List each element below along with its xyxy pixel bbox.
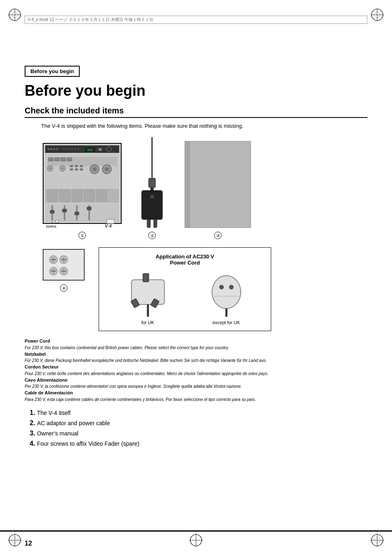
- svg-point-21: [48, 148, 50, 150]
- footer: 12: [0, 530, 392, 555]
- non-uk-plug-svg: [206, 272, 247, 317]
- svg-rect-61: [45, 204, 119, 222]
- svg-rect-50: [80, 168, 83, 170]
- svg-rect-84: [185, 141, 190, 228]
- svg-rect-39: [61, 158, 66, 161]
- svg-rect-78: [152, 187, 154, 191]
- svg-point-28: [71, 148, 73, 150]
- item3-diagram: ③: [181, 137, 255, 239]
- ac-box-title: Application of AC230 VPower Cord: [106, 253, 263, 266]
- list-item-2: AC adaptor and power cable: [37, 419, 367, 426]
- notes-section: Power Cord For 230 V, this box contains …: [25, 338, 367, 403]
- list-item-4: Four screws to affix Video Fader (spare): [37, 440, 367, 447]
- svg-rect-67: [62, 209, 67, 212]
- svg-rect-48: [70, 168, 73, 170]
- svg-point-80: [150, 195, 154, 199]
- page-number: 12: [25, 540, 32, 547]
- svg-text:V·4: V·4: [105, 223, 112, 228]
- svg-text:EDIROL: EDIROL: [46, 225, 57, 228]
- note-cable: Cable de Alimentación Para 230 V, esta c…: [25, 389, 367, 403]
- svg-rect-68: [75, 212, 79, 215]
- svg-rect-66: [50, 210, 54, 213]
- svg-point-54: [105, 167, 109, 171]
- svg-point-27: [69, 148, 70, 150]
- note-cordon: Cordon Secteur Pour 230 V, cette boîte c…: [25, 364, 367, 377]
- svg-point-34: [106, 147, 111, 152]
- svg-rect-56: [47, 190, 58, 201]
- svg-point-52: [92, 167, 97, 171]
- svg-rect-71: [55, 220, 59, 223]
- svg-rect-46: [75, 165, 78, 167]
- svg-point-24: [56, 148, 58, 150]
- item4-number: ④: [60, 284, 67, 292]
- svg-rect-76: [149, 178, 155, 187]
- item3-number: ③: [214, 232, 221, 239]
- svg-rect-38: [55, 158, 60, 161]
- uk-plug-svg: [123, 272, 173, 317]
- svg-rect-77: [150, 187, 152, 191]
- svg-rect-47: [80, 165, 83, 167]
- list-item-3: Owner's manual: [37, 430, 367, 437]
- svg-rect-63: [64, 205, 65, 221]
- manual-svg: [181, 137, 255, 232]
- svg-point-30: [77, 148, 79, 150]
- item1-number: ①: [78, 232, 86, 239]
- item4-diagram: ④: [41, 247, 86, 292]
- item2-number: ②: [148, 232, 156, 239]
- svg-point-103: [212, 276, 241, 309]
- ac-application-box: Application of AC230 VPower Cord: [99, 247, 271, 331]
- non-uk-plug-item: except for UK: [206, 272, 247, 325]
- page-container: V-4_e.book 12 ページ ２０１０年３月１１日 木曜日 午後１時５１分…: [0, 0, 392, 555]
- svg-point-104: [219, 285, 224, 289]
- file-info: V-4_e.book 12 ページ ２０１０年３月１１日 木曜日 午後１時５１分: [28, 17, 153, 23]
- svg-rect-60: [97, 190, 107, 201]
- non-uk-label: except for UK: [212, 320, 240, 325]
- svg-rect-57: [60, 190, 70, 201]
- svg-rect-74: [107, 219, 114, 223]
- section-heading: Check the included items: [25, 106, 367, 118]
- svg-rect-40: [67, 158, 72, 161]
- svg-point-42: [49, 167, 51, 170]
- svg-point-105: [229, 285, 233, 289]
- svg-rect-69: [87, 207, 91, 210]
- svg-point-25: [63, 148, 65, 150]
- screws-svg: [41, 247, 86, 284]
- header-bar: V-4_e.book 12 ページ ２０１０年３月１１日 木曜日 午後１時５１分: [25, 16, 367, 24]
- svg-rect-58: [72, 190, 82, 201]
- svg-rect-83: [185, 141, 251, 228]
- svg-rect-37: [48, 158, 53, 161]
- intro-text: The V-4 is shipped with the following it…: [41, 123, 367, 129]
- svg-point-29: [74, 148, 76, 150]
- list-item-1: The V-4 itself: [37, 409, 367, 416]
- section-tab: Before you begin: [25, 66, 80, 77]
- svg-rect-85: [43, 249, 84, 280]
- item2-diagram: ②: [136, 137, 168, 239]
- note-power-cord: Power Cord For 230 V, this box contains …: [25, 338, 367, 351]
- svg-point-22: [51, 148, 53, 150]
- svg-text:A: A: [51, 221, 53, 224]
- uk-label: for UK: [141, 320, 154, 325]
- svg-text:121: 121: [87, 148, 93, 152]
- svg-rect-82: [154, 219, 157, 228]
- svg-rect-99: [143, 274, 149, 282]
- page-title: Before you begin: [25, 82, 367, 99]
- reg-mark-tr: [371, 8, 384, 21]
- device-svg: 121 M: [41, 141, 123, 232]
- svg-rect-59: [84, 190, 95, 201]
- note-netzkabel: Netzkabel Für 230 V, diese Packung beinh…: [25, 351, 367, 364]
- svg-point-23: [53, 148, 55, 150]
- svg-point-44: [61, 167, 64, 170]
- adapter-svg: [136, 137, 168, 232]
- svg-text:M: M: [99, 147, 102, 152]
- uk-plug-item: for UK: [123, 272, 173, 325]
- svg-rect-81: [147, 219, 150, 228]
- note-cavo: Cavo Alimentazione Per 230 V, la confezi…: [25, 377, 367, 390]
- svg-rect-45: [70, 165, 73, 167]
- svg-point-26: [66, 148, 67, 150]
- reg-mark-tl: [8, 8, 21, 21]
- svg-rect-49: [75, 168, 78, 170]
- numbered-items-list: The V-4 itself AC adaptor and power cabl…: [33, 409, 367, 447]
- main-content: Before you begin Check the included item…: [25, 82, 367, 522]
- item1-diagram: 121 M: [41, 141, 123, 239]
